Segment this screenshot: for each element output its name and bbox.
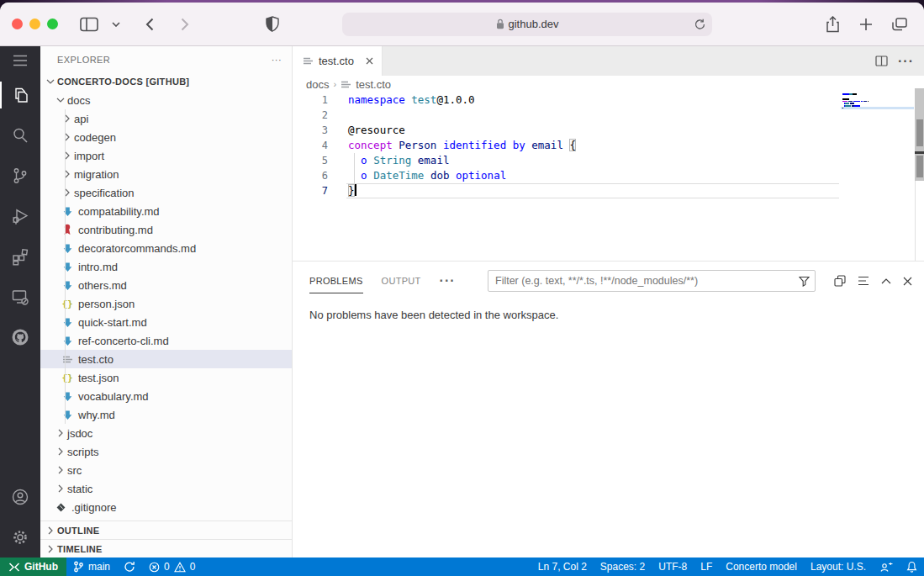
tree-file-others-md[interactable]: others.md (40, 276, 292, 294)
tree-folder-codegen[interactable]: codegen (40, 128, 292, 146)
tab-output[interactable]: OUTPUT (382, 262, 421, 300)
maximize-panel-icon[interactable] (881, 277, 891, 284)
browser-window: github.dev EXPLORER ··· CONCERTO-DOC (0, 3, 924, 576)
tree-folder-scripts[interactable]: scripts (40, 442, 292, 461)
share-icon[interactable] (820, 13, 845, 35)
tree-file-test-json[interactable]: {}test.json (40, 368, 292, 387)
status-remote[interactable]: GitHub (0, 558, 66, 576)
code-editor[interactable]: 1namespace test@1.0.023@resource4concept… (293, 92, 924, 261)
tree-file-intro-md[interactable]: intro.md (40, 257, 292, 276)
tree-file-quick-start-md[interactable]: quick-start.md (40, 313, 292, 331)
remote-explorer-icon[interactable] (0, 277, 40, 317)
markdown-file-icon (61, 204, 74, 218)
tree-folder-specification[interactable]: specification (40, 183, 292, 202)
settings-icon[interactable] (0, 517, 40, 558)
status-indentation[interactable]: Spaces: 2 (594, 558, 652, 576)
search-icon[interactable] (0, 115, 40, 156)
tree-file-contributing-md[interactable]: contributing.md (40, 220, 292, 239)
source-control-icon[interactable] (0, 156, 40, 196)
tree-file--gitignore[interactable]: .gitignore (40, 498, 292, 516)
tab-test-cto[interactable]: test.cto (293, 46, 383, 76)
new-tab-icon[interactable] (853, 13, 879, 35)
tree-file-person-json[interactable]: {}person.json (40, 294, 292, 313)
tree-folder-migration[interactable]: migration (40, 165, 292, 183)
code-line-1[interactable]: 1namespace test@1.0.0 (293, 92, 924, 108)
status-feedback[interactable] (873, 558, 900, 576)
status-problems[interactable]: 00 (142, 558, 202, 576)
minimap[interactable] (841, 93, 914, 109)
back-button[interactable] (137, 13, 162, 35)
status-eol[interactable]: LF (694, 558, 719, 576)
tree-file-test-cto[interactable]: test.cto (40, 350, 292, 368)
tree-file-vocabulary-md[interactable]: vocabulary.md (40, 387, 292, 405)
run-and-debug-icon[interactable] (0, 196, 40, 236)
accounts-icon[interactable] (0, 477, 40, 517)
view-as-table-icon[interactable] (834, 275, 846, 287)
close-panel-icon[interactable] (903, 277, 912, 286)
filter-funnel-icon[interactable] (799, 276, 810, 287)
status-language-mode[interactable]: Concerto model (719, 558, 804, 576)
code-line-4[interactable]: 4concept Person identified by email { (293, 138, 924, 153)
status-keyboard-layout[interactable]: Layout: U.S. (804, 558, 873, 576)
tree-folder-api[interactable]: api (40, 109, 292, 128)
tree-item-label: contributing.md (78, 224, 153, 236)
reload-icon[interactable] (694, 18, 705, 30)
code-line-2[interactable]: 2 (293, 108, 924, 123)
code-line-3[interactable]: 3@resource (293, 123, 924, 138)
close-window-button[interactable] (12, 18, 23, 29)
status-encoding[interactable]: UTF-8 (652, 558, 694, 576)
panel-more-tabs-icon[interactable]: ··· (440, 273, 456, 288)
tree-folder-concerto-docs-github-[interactable]: CONCERTO-DOCS [GITHUB] (40, 72, 292, 91)
tab-problems[interactable]: PROBLEMS (309, 262, 363, 300)
extensions-icon[interactable] (0, 236, 40, 277)
json-file-icon: {} (61, 297, 74, 310)
sidebar-toggle-icon[interactable] (77, 13, 102, 35)
tree-item-label: migration (74, 168, 119, 181)
forward-button[interactable] (172, 13, 198, 35)
chevron-right-icon (61, 130, 74, 144)
collapse-all-icon[interactable] (858, 276, 869, 286)
tree-file-decoratorcommands-md[interactable]: decoratorcommands.md (40, 239, 292, 257)
privacy-shield-icon[interactable] (260, 13, 285, 35)
status-branch[interactable]: main (66, 558, 117, 576)
code-line-6[interactable]: 6 o DateTime dob optional (293, 168, 924, 183)
tree-file-ref-concerto-cli-md[interactable]: ref-concerto-cli.md (40, 331, 292, 350)
chevron-down-icon[interactable] (108, 13, 124, 35)
status-cursor-position[interactable]: Ln 7, Col 2 (531, 558, 594, 576)
scrollbar-thumb[interactable] (916, 119, 923, 146)
editor-scrollbar[interactable] (915, 88, 924, 181)
menu-icon[interactable] (0, 46, 40, 75)
close-tab-icon[interactable] (366, 57, 373, 65)
section-timeline[interactable]: TIMELINE (40, 539, 292, 558)
explorer-icon[interactable] (0, 75, 40, 115)
github-icon[interactable] (0, 317, 40, 357)
code-line-7[interactable]: 7} (293, 183, 924, 198)
breadcrumb-folder[interactable]: docs (306, 78, 329, 91)
problems-filter-input[interactable] (488, 275, 815, 287)
section-outline[interactable]: OUTLINE (40, 521, 292, 539)
editor-more-actions-icon[interactable]: ··· (898, 54, 914, 69)
tree-file-compatability-md[interactable]: compatability.md (40, 202, 292, 220)
breadcrumb-file[interactable]: test.cto (356, 78, 391, 91)
tree-folder-static[interactable]: static (40, 479, 292, 498)
tree-folder-jsdoc[interactable]: jsdoc (40, 424, 292, 442)
minimize-window-button[interactable] (29, 18, 40, 29)
tree-file-why-md[interactable]: why.md (40, 405, 292, 424)
tree-folder-docs[interactable]: docs (40, 91, 292, 109)
status-notifications[interactable] (900, 558, 924, 576)
markdown-file-icon (61, 260, 74, 273)
line-number: 6 (293, 168, 348, 183)
tree-folder-src[interactable]: src (40, 461, 292, 479)
chevron-right-icon (54, 426, 67, 440)
status-sync[interactable] (117, 558, 142, 576)
scrollbar-thumb[interactable] (916, 156, 923, 177)
split-editor-icon[interactable] (875, 55, 888, 66)
address-bar[interactable]: github.dev (342, 13, 712, 36)
tree-folder-import[interactable]: import (40, 146, 292, 165)
zoom-window-button[interactable] (47, 18, 58, 29)
tree-item-label: docs (67, 94, 90, 107)
tab-overview-icon[interactable] (887, 13, 912, 35)
code-line-5[interactable]: 5 o String email (293, 153, 924, 168)
tree-item-label: api (74, 113, 88, 125)
explorer-more-actions-icon[interactable]: ··· (272, 55, 282, 65)
